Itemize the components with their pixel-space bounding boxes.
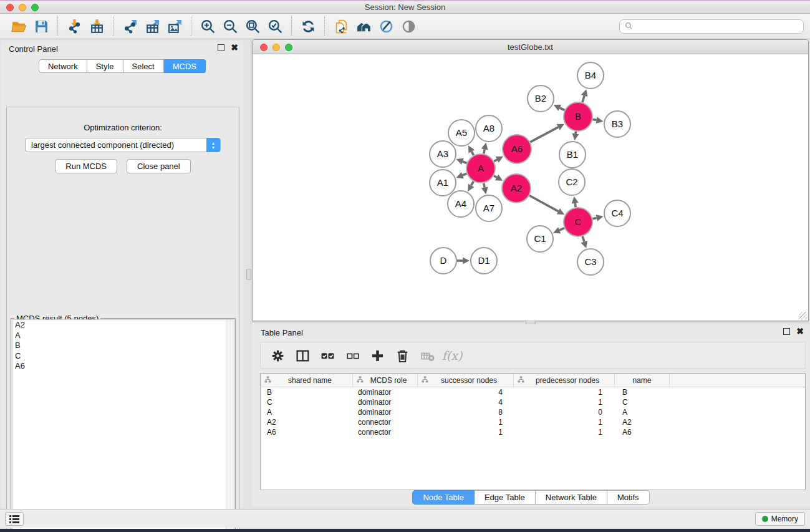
cell-predecessor-nodes[interactable]: 1 bbox=[514, 417, 615, 427]
show-hide-button[interactable] bbox=[397, 16, 420, 36]
node-A3[interactable]: A3 bbox=[430, 141, 456, 167]
save-session-button[interactable] bbox=[30, 16, 52, 36]
run-mcds-button[interactable]: Run MCDS bbox=[55, 159, 117, 173]
network-from-selection-button[interactable] bbox=[330, 16, 352, 36]
cell-shared-name[interactable]: A2 bbox=[261, 417, 353, 427]
cell-successor-nodes[interactable]: 4 bbox=[418, 397, 514, 407]
node-B4[interactable]: B4 bbox=[577, 62, 604, 89]
settings-gear-button[interactable] bbox=[269, 347, 286, 364]
result-node-item[interactable]: A6 bbox=[12, 361, 234, 372]
refresh-button[interactable] bbox=[297, 16, 319, 36]
float-table-panel-icon[interactable] bbox=[783, 328, 790, 335]
open-file-button[interactable] bbox=[7, 16, 30, 36]
show-columns-button[interactable] bbox=[294, 347, 311, 364]
node-A1[interactable]: A1 bbox=[430, 170, 456, 196]
cell-name[interactable]: B bbox=[615, 387, 670, 397]
result-scrollbar[interactable] bbox=[226, 320, 234, 530]
criterion-dropdown[interactable]: largest connected component (directed) ▲… bbox=[25, 138, 221, 152]
deselect-all-button[interactable] bbox=[344, 347, 360, 364]
edge-A-A2[interactable] bbox=[494, 176, 497, 178]
table-row[interactable]: A2connector11A2 bbox=[261, 417, 805, 427]
node-C2[interactable]: C2 bbox=[559, 169, 585, 195]
node-A5[interactable]: A5 bbox=[448, 120, 475, 146]
apply-style-button[interactable] bbox=[375, 16, 397, 36]
table-row[interactable]: Cdominator41C bbox=[261, 397, 805, 407]
node-C3[interactable]: C3 bbox=[577, 249, 604, 275]
cell-name[interactable]: C bbox=[615, 397, 670, 407]
network-canvas[interactable]: B4B2BB3A8A5A6A3B1AC2A1A2A4A7C4CC1C3DD1 bbox=[253, 54, 808, 321]
resize-grip[interactable] bbox=[799, 312, 808, 320]
node-C4[interactable]: C4 bbox=[604, 200, 630, 226]
network-graph[interactable]: B4B2BB3A8A5A6A3B1AC2A1A2A4A7C4CC1C3DD1 bbox=[253, 54, 808, 321]
cell-MCDS-role[interactable]: dominator bbox=[353, 397, 418, 407]
cell-MCDS-role[interactable]: dominator bbox=[353, 407, 418, 417]
node-C[interactable]: C bbox=[564, 208, 592, 236]
cell-shared-name[interactable]: A bbox=[261, 407, 353, 417]
edge-C-C2[interactable] bbox=[575, 203, 576, 208]
result-node-item[interactable]: B bbox=[12, 341, 234, 351]
table-row[interactable]: Bdominator41B bbox=[261, 387, 805, 397]
cell-name[interactable]: A bbox=[615, 407, 670, 417]
cell-shared-name[interactable]: B bbox=[261, 387, 353, 397]
node-B2[interactable]: B2 bbox=[528, 85, 554, 112]
edge-A-A6[interactable] bbox=[494, 160, 497, 162]
edge-B-B2[interactable] bbox=[560, 108, 565, 110]
edge-C-C3[interactable] bbox=[582, 236, 584, 242]
cell-predecessor-nodes[interactable]: 0 bbox=[514, 407, 615, 417]
cell-MCDS-role[interactable]: connector bbox=[353, 417, 418, 427]
edge-B-B3[interactable] bbox=[593, 120, 597, 120]
column-header-predecessor-nodes[interactable]: predecessor nodes bbox=[514, 374, 615, 387]
tab-mcds[interactable]: MCDS bbox=[164, 59, 206, 73]
cell-successor-nodes[interactable]: 4 bbox=[418, 387, 514, 397]
export-table-button[interactable] bbox=[141, 16, 163, 36]
cell-predecessor-nodes[interactable]: 1 bbox=[514, 387, 615, 397]
cell-predecessor-nodes[interactable]: 1 bbox=[514, 397, 615, 407]
zoom-in-button[interactable] bbox=[196, 16, 219, 36]
edge-C-C1[interactable] bbox=[559, 228, 564, 231]
split-divider-handle-vertical[interactable] bbox=[246, 269, 251, 280]
cell-successor-nodes[interactable]: 1 bbox=[418, 417, 514, 427]
edge-A-A1[interactable] bbox=[463, 174, 467, 176]
column-header-name[interactable]: name bbox=[615, 374, 670, 387]
tab-node-table[interactable]: Node Table bbox=[412, 490, 475, 505]
add-column-button[interactable] bbox=[369, 347, 385, 364]
edge-A2-C[interactable] bbox=[529, 196, 558, 211]
tab-motifs[interactable]: Motifs bbox=[607, 490, 650, 505]
task-history-button[interactable] bbox=[5, 512, 24, 526]
node-B3[interactable]: B3 bbox=[604, 111, 630, 137]
node-D[interactable]: D bbox=[430, 248, 456, 274]
tab-network-table[interactable]: Network Table bbox=[536, 490, 607, 505]
result-node-item[interactable]: A2 bbox=[12, 320, 234, 331]
node-A[interactable]: A bbox=[466, 154, 495, 183]
result-node-item[interactable]: A bbox=[12, 331, 234, 341]
float-panel-icon[interactable] bbox=[218, 44, 224, 51]
close-table-panel-icon[interactable]: ✖ bbox=[796, 328, 804, 335]
cell-shared-name[interactable]: A6 bbox=[261, 427, 353, 437]
mcds-result-list[interactable]: A2ABCA6 bbox=[12, 319, 234, 530]
node-table[interactable]: shared nameMCDS rolesuccessor nodesprede… bbox=[260, 373, 806, 490]
close-panel-button[interactable]: Close panel bbox=[127, 159, 191, 173]
export-network-button[interactable] bbox=[118, 16, 141, 36]
memory-button[interactable]: Memory bbox=[755, 512, 805, 526]
cell-predecessor-nodes[interactable]: 1 bbox=[514, 427, 615, 437]
edge-A-A8[interactable] bbox=[484, 149, 485, 153]
cell-name[interactable]: A6 bbox=[615, 427, 670, 437]
search-box[interactable] bbox=[619, 19, 804, 34]
import-table-button[interactable] bbox=[85, 16, 108, 36]
zoom-out-button[interactable] bbox=[219, 16, 241, 36]
node-C1[interactable]: C1 bbox=[527, 226, 553, 252]
cell-successor-nodes[interactable]: 8 bbox=[418, 407, 514, 417]
cell-shared-name[interactable]: C bbox=[261, 397, 353, 407]
zoom-selected-button[interactable] bbox=[264, 16, 286, 36]
node-A7[interactable]: A7 bbox=[476, 195, 502, 221]
column-header-MCDS-role[interactable]: MCDS role bbox=[353, 374, 418, 387]
node-D1[interactable]: D1 bbox=[471, 248, 497, 274]
column-header-shared-name[interactable]: shared name bbox=[261, 374, 353, 387]
node-B1[interactable]: B1 bbox=[559, 142, 586, 168]
tab-network[interactable]: Network bbox=[39, 59, 87, 73]
table-row[interactable]: Adominator80A bbox=[261, 407, 805, 417]
tab-style[interactable]: Style bbox=[87, 59, 123, 73]
edge-A6-B[interactable] bbox=[530, 127, 558, 142]
node-A2[interactable]: A2 bbox=[502, 174, 531, 203]
table-row[interactable]: A6connector11A6 bbox=[261, 427, 805, 437]
